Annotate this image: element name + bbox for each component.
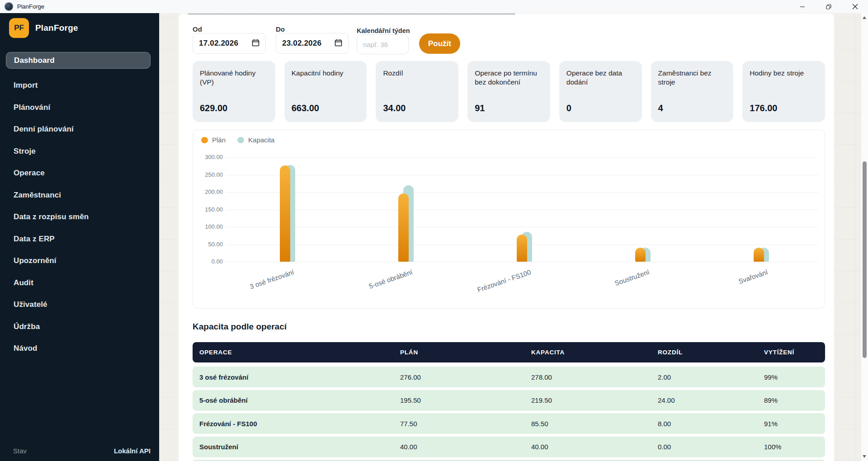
from-date-label: Od: [193, 25, 202, 33]
row-value: 91%: [757, 420, 825, 428]
row-value: 8.00: [651, 420, 757, 428]
calendar-week-label: Kalendářní týden: [357, 27, 410, 34]
sidebar-item-upozorn-n[interactable]: Upozornění: [6, 250, 151, 272]
close-button[interactable]: [842, 0, 868, 13]
to-date-value: 23.02.2026: [282, 39, 321, 48]
kpi-card-rozd-l: Rozdíl34.00: [376, 61, 458, 122]
sidebar-item-import[interactable]: Import: [6, 75, 151, 97]
to-date-label: Do: [276, 25, 285, 33]
from-date-input[interactable]: 17.02.2026: [193, 33, 266, 54]
column-header-vyt-en: VYTÍŽENÍ: [757, 349, 825, 356]
x-axis-label-3-os-fr-zov-n: 3 osé frézování: [220, 268, 295, 300]
row-value: 40.00: [393, 443, 524, 451]
logo-badge: PF: [9, 18, 29, 38]
column-header-kapacita: KAPACITA: [524, 349, 651, 356]
row-value: 85.50: [524, 420, 651, 428]
row-value: 2.00: [651, 373, 757, 381]
bar-plan-fr-zov-n-fs100: [517, 235, 527, 262]
table-row: Frézování - FS10077.5085.508.0091%: [193, 413, 825, 434]
window-titlebar: PlanForge: [0, 0, 868, 13]
gridline: [226, 192, 819, 193]
row-value: 24.00: [651, 396, 757, 404]
status-link[interactable]: Stav: [13, 447, 27, 455]
chart-plot: 300.00250.00200.00150.00100.0050.000.003…: [193, 130, 825, 308]
local-api-link[interactable]: Lokální API: [114, 447, 151, 455]
sidebar-item-zam-stnanci[interactable]: Zaměstnanci: [6, 184, 151, 207]
row-value: 0.00: [651, 443, 757, 451]
row-value: 40.00: [524, 443, 651, 451]
kpi-value: 663.00: [292, 103, 360, 113]
kpi-card-operace-bez-data-dod-n: Operace bez data dodání0: [559, 61, 642, 122]
scrollbar-thumb[interactable]: [863, 161, 867, 358]
sidebar-nav: DashboardImportPlánováníDenní plánováníS…: [6, 52, 151, 360]
scrolled-card-edge: [188, 14, 515, 14]
restore-button[interactable]: [816, 0, 842, 13]
sidebar-item-dashboard[interactable]: Dashboard: [6, 52, 151, 69]
y-axis-tick-label: 250.00: [197, 171, 223, 178]
table-row: Soustružení40.0040.000.00100%: [193, 437, 825, 457]
gridline: [226, 175, 819, 175]
bar-plan-5-os-obr-b-n: [398, 193, 409, 262]
bar-plan-soustru-en: [635, 248, 646, 262]
y-axis-tick-label: 300.00: [197, 154, 223, 160]
vertical-scrollbar[interactable]: [861, 13, 868, 461]
row-operation: 5-osé obrábění: [193, 396, 393, 404]
kpi-card-operace-po-term-nu-bez-dokon-en: Operace po termínu bez dokončení91: [467, 61, 550, 122]
y-axis-tick-label: 200.00: [197, 188, 223, 195]
kpi-value: 91: [475, 103, 543, 113]
kpi-value: 34.00: [383, 103, 451, 113]
sidebar-item-pl-nov-n[interactable]: Plánování: [6, 97, 151, 119]
sidebar-item-data-z-erp[interactable]: Data z ERP: [6, 228, 151, 250]
table-body: 3 osé frézování276.00278.002.0099%5-osé …: [193, 367, 825, 461]
y-axis-tick-label: 0.00: [197, 258, 223, 265]
to-date-input[interactable]: 23.02.2026: [276, 33, 349, 54]
row-value: 278.00: [524, 373, 651, 381]
logo: PF PlanForge: [9, 18, 78, 38]
scroll-up-arrow-icon[interactable]: [863, 16, 866, 19]
sidebar-footer: Stav Lokální API: [0, 447, 159, 456]
kpi-value: 629.00: [200, 103, 268, 113]
sidebar-item-operace[interactable]: Operace: [6, 162, 151, 184]
sidebar-item-data-z-rozpisu-sm-n[interactable]: Data z rozpisu směn: [6, 206, 151, 228]
bar-plan-3-os-fr-zov-n: [280, 165, 290, 262]
content-panel: Od 17.02.2026 Do 23.02.2026: [179, 14, 834, 461]
column-header-operace: OPERACE: [193, 349, 393, 356]
kpi-label: Operace bez data dodání: [566, 69, 635, 87]
kpi-label: Hodiny bez stroje: [750, 69, 818, 78]
calendar-icon[interactable]: [335, 39, 342, 48]
calendar-week-input[interactable]: např. 36: [357, 34, 409, 54]
row-value: 89%: [757, 396, 825, 404]
kpi-label: Zaměstnanci bez stroje: [658, 69, 726, 87]
kpi-label: Kapacitní hodiny: [292, 69, 360, 78]
sidebar-item-dr-ba[interactable]: Údržba: [6, 316, 151, 338]
row-operation: 3 osé frézování: [193, 373, 393, 381]
row-value: 219.50: [524, 396, 651, 404]
row-value: 100%: [757, 443, 825, 451]
minimize-button[interactable]: [789, 0, 816, 13]
scroll-down-arrow-icon[interactable]: [863, 455, 866, 458]
sidebar-item-n-vod[interactable]: Návod: [6, 338, 151, 360]
sidebar-item-stroje[interactable]: Stroje: [6, 141, 151, 163]
x-axis-label-sva-ov-n: Svařování: [693, 268, 769, 300]
y-axis-tick-label: 50.00: [197, 241, 223, 248]
apply-button[interactable]: Použít: [419, 33, 460, 54]
table-row: 5-osé obrábění195.50219.5024.0089%: [193, 390, 825, 411]
kpi-label: Operace po termínu bez dokončení: [475, 69, 543, 87]
column-header-pl-n: PLÁN: [393, 349, 524, 356]
y-axis-tick-label: 150.00: [197, 206, 223, 213]
sidebar-item-u-ivatel[interactable]: Uživatelé: [6, 294, 151, 316]
row-operation: Soustružení: [193, 443, 393, 451]
calendar-icon[interactable]: [252, 39, 259, 48]
row-value: 99%: [757, 373, 825, 381]
calendar-week-placeholder: např. 36: [363, 41, 388, 48]
kpi-card-pl-novan-hodiny-vp: Plánované hodiny (VP)629.00: [193, 61, 275, 122]
gridline: [226, 157, 819, 158]
table-header: OPERACEPLÁNKAPACITAROZDÍLVYTÍŽENÍ: [193, 342, 825, 362]
capacity-chart: PlánKapacita 300.00250.00200.00150.00100…: [193, 130, 825, 309]
sidebar-item-audit[interactable]: Audit: [6, 272, 151, 294]
kpi-card-kapacitn-hodiny: Kapacitní hodiny663.00: [284, 61, 367, 122]
sidebar-item-denn-pl-nov-n[interactable]: Denní plánování: [6, 118, 151, 141]
x-axis-label-soustru-en: Soustružení: [575, 268, 650, 300]
kpi-card-hodiny-bez-stroje: Hodiny bez stroje176.00: [742, 61, 825, 122]
kpi-value: 0: [566, 103, 635, 113]
